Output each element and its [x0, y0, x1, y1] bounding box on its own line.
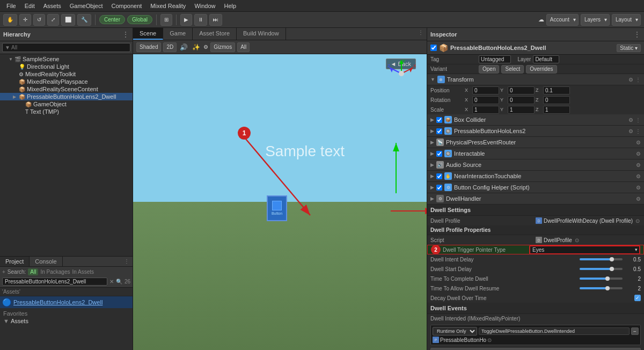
tree-item-mrtk[interactable]: ⚙ MixedRealityToolkit — [0, 70, 133, 78]
ref-pick[interactable]: ⊙ — [487, 337, 492, 343]
int-checkbox[interactable] — [436, 151, 442, 157]
tag-select[interactable]: Untagged — [479, 55, 511, 63]
menu-assets[interactable]: Assets — [39, 3, 65, 9]
audio-settings[interactable]: ⚙ — [636, 162, 641, 168]
select-btn[interactable]: Select — [501, 65, 524, 74]
global-toggle[interactable]: Global — [127, 15, 152, 24]
start-delay-slider[interactable] — [580, 268, 623, 270]
box-collider-header[interactable]: ▶ 📦 Box Collider ⚙ ⋮ — [427, 114, 644, 126]
trigger-type-dropdown[interactable]: Eyes — [529, 245, 640, 254]
tree-item-samplescene[interactable]: ▼ 🎬 SampleScene — [0, 55, 133, 63]
intent-delay-slider[interactable] — [580, 258, 623, 260]
scene-options[interactable]: ⚙ — [203, 44, 208, 50]
center-toggle[interactable]: Center — [99, 15, 125, 24]
tool-scale[interactable]: ⤢ — [47, 14, 59, 26]
rot-z-input[interactable] — [543, 96, 570, 104]
menu-help[interactable]: Help — [220, 3, 241, 9]
overrides-btn[interactable]: Overrides — [526, 65, 557, 74]
pos-y-input[interactable] — [508, 86, 535, 94]
bc-more[interactable]: ⋮ — [635, 117, 641, 123]
tab-project[interactable]: Project — [0, 257, 30, 266]
search-clear-icon[interactable]: ✕ — [109, 279, 114, 285]
menu-gameobject[interactable]: GameObject — [65, 3, 107, 9]
menu-mixedreality[interactable]: Mixed Reality — [146, 3, 190, 9]
tree-item-text[interactable]: T Text (TMP) — [0, 108, 133, 115]
menu-window[interactable]: Window — [190, 3, 219, 9]
shaded-btn[interactable]: Shaded — [136, 42, 161, 52]
script-pick[interactable]: ⊙ — [575, 237, 579, 243]
menu-file[interactable]: File — [2, 3, 20, 9]
search-assets-btn[interactable]: In Assets — [72, 269, 94, 275]
inspector-menu-icon[interactable]: ⋮ — [633, 30, 641, 39]
project-search-input[interactable] — [2, 278, 107, 286]
audio-header[interactable]: ▶ 🔊 Audio Source ⚙ — [427, 159, 644, 171]
snap-btn[interactable]: ⊞ — [160, 14, 172, 26]
tool-transform[interactable]: 🔧 — [77, 14, 91, 26]
tab-asset-store[interactable]: Asset Store — [193, 28, 237, 40]
allow-resume-thumb[interactable] — [605, 286, 610, 290]
layers-dropdown[interactable]: Layers — [581, 14, 610, 26]
hierarchy-search-input[interactable] — [2, 43, 130, 52]
scale-y-input[interactable] — [508, 106, 535, 114]
add-event-btn[interactable]: + — [430, 348, 641, 350]
static-btn[interactable]: Static ▾ — [617, 44, 641, 52]
tree-item-gameobject[interactable]: 📦 GameObject — [0, 100, 133, 108]
runtime-select[interactable]: Runtime Only — [433, 327, 477, 336]
search-all-btn[interactable]: All — [28, 268, 38, 275]
active-toggle[interactable] — [430, 45, 437, 51]
pressable-header[interactable]: ▶ 🔘 PressableButtonHoloLens2 ⚙ ⋮ — [427, 126, 644, 137]
dwell-settings[interactable]: ⚙ — [636, 196, 641, 202]
scale-z-input[interactable] — [543, 106, 570, 114]
mode-2d-btn[interactable]: 2D — [163, 42, 177, 52]
all-btn[interactable]: All — [237, 42, 250, 52]
start-delay-thumb[interactable] — [610, 267, 614, 271]
tree-item-playspace[interactable]: 📦 MixedRealityPlayspace — [0, 78, 133, 85]
gizmos-btn[interactable]: Gizmos — [210, 42, 235, 52]
transform-more[interactable]: ⋮ — [635, 77, 641, 83]
open-btn[interactable]: Open — [479, 65, 499, 74]
pb-more[interactable]: ⋮ — [635, 128, 641, 134]
audio-icon[interactable]: 🔊 — [180, 43, 188, 51]
scene-menu-icon[interactable]: ⋮ — [415, 28, 427, 40]
dwell-header[interactable]: ▶ ⚙ DwellHandler ⚙ — [427, 193, 644, 205]
tree-item-directionallight[interactable]: 💡 Directional Light — [0, 63, 133, 70]
account-dropdown[interactable]: Account — [546, 14, 579, 26]
tab-console[interactable]: Console — [30, 257, 62, 266]
transform-header[interactable]: ▼ ⊕ Transform ⚙ ⋮ — [427, 74, 644, 85]
scene-viewport[interactable]: Sample text Button — [133, 54, 427, 350]
intent-delay-thumb[interactable] — [610, 257, 614, 261]
decay-checkbox[interactable]: ✓ — [634, 295, 641, 301]
play-btn[interactable]: ▶ — [180, 14, 192, 26]
tree-item-scenecontent[interactable]: 📦 MixedRealitySceneContent — [0, 85, 133, 93]
add-folder-icon[interactable]: + — [2, 269, 5, 275]
bc-settings[interactable]: ⚙ — [628, 117, 633, 123]
pos-x-input[interactable] — [472, 86, 499, 94]
tool-rect[interactable]: ⬜ — [61, 14, 75, 26]
pb-settings[interactable]: ⚙ — [628, 128, 633, 134]
obj-name[interactable]: PressableButtonHoloLens2_Dwell — [450, 45, 614, 51]
tool-hand[interactable]: ✋ — [3, 14, 17, 26]
tool-rotate[interactable]: ↺ — [33, 14, 45, 26]
pause-btn[interactable]: ⏸ — [194, 14, 207, 26]
int-settings[interactable]: ⚙ — [636, 151, 641, 157]
fx-icon[interactable]: ✨ — [192, 43, 200, 51]
tab-scene[interactable]: Scene — [133, 28, 163, 40]
result-label[interactable]: PressableButtonHoloLens2_Dwell — [13, 299, 103, 305]
project-result-item[interactable]: 🔵 PressableButtonHoloLens2_Dwell — [0, 296, 133, 308]
step-btn[interactable]: ⏭ — [209, 14, 222, 26]
transform-settings[interactable]: ⚙ — [628, 77, 633, 83]
scale-x-input[interactable] — [472, 106, 499, 114]
rot-y-input[interactable] — [508, 96, 535, 104]
project-menu-icon[interactable]: ⋮ — [121, 257, 133, 266]
tool-move[interactable]: ✛ — [19, 14, 31, 26]
near-header[interactable]: ▶ ✋ NearInteractionTouchable ⚙ — [427, 171, 644, 182]
config-header[interactable]: ▶ ⚙ Button Config Helper (Script) ⚙ — [427, 182, 644, 193]
layer-select[interactable]: Default — [533, 55, 559, 63]
search-packages-btn[interactable]: In Packages — [40, 269, 70, 275]
pb-checkbox[interactable] — [436, 128, 442, 134]
tab-game[interactable]: Game — [163, 28, 193, 40]
hierarchy-menu-icon[interactable]: ⋮ — [122, 30, 129, 39]
cfg-settings[interactable]: ⚙ — [636, 185, 641, 191]
pos-z-input[interactable] — [543, 86, 570, 94]
tab-build-window[interactable]: Build Window — [237, 28, 286, 40]
